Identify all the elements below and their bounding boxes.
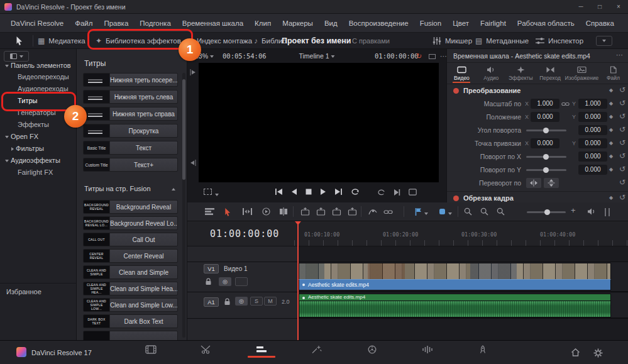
minimize-button[interactable]: ─ (571, 0, 590, 13)
lock-icon[interactable] (224, 298, 231, 307)
zoom-detail-icon[interactable] (480, 207, 488, 217)
keyframe-icon[interactable]: ◆ (609, 114, 613, 119)
menu-item[interactable]: Fusion (414, 19, 448, 27)
reset-icon[interactable]: ↺ (619, 99, 625, 107)
menu-item[interactable]: Воспроизведение (343, 19, 414, 27)
empty-track-button[interactable] (235, 277, 248, 286)
play-button[interactable] (320, 188, 326, 197)
go-to-start-button[interactable] (275, 188, 283, 197)
transform-section-header[interactable]: Преобразование ◆ ↺ (447, 84, 628, 97)
rotation-input[interactable]: 0.000 (578, 125, 607, 135)
refresh-icon[interactable] (377, 189, 385, 197)
trim-mode-icon[interactable] (243, 207, 252, 217)
title-item[interactable]: Custom Title Текст+ (83, 158, 178, 172)
menu-item[interactable]: Клип (249, 19, 277, 27)
section-enable-toggle[interactable] (453, 88, 459, 94)
slider-knob[interactable] (544, 209, 550, 215)
keyframe-icon[interactable]: ◆ (609, 140, 613, 146)
fusion-title-item[interactable]: Center Reveal Center Reveal (83, 249, 178, 263)
sidebar-item-fairlight-fx[interactable]: Fairlight FX (18, 168, 53, 176)
menu-item[interactable]: Справка (580, 19, 620, 27)
fusion-title-item[interactable]: Clean and Simple Hea... Clean and Simple… (83, 282, 178, 295)
video-clip-filmstrip[interactable] (299, 263, 611, 279)
auto-select-button[interactable]: ◎ (235, 297, 248, 306)
keyframe-icon[interactable]: ◆ (609, 87, 613, 93)
blade-tool-icon[interactable] (279, 207, 288, 217)
title-item[interactable]: Нижняя треть посере... (83, 73, 178, 87)
slider-knob[interactable] (543, 128, 549, 133)
scale-x-input[interactable]: 1.000 (531, 99, 559, 109)
reset-icon[interactable]: ↺ (619, 113, 625, 120)
lock-icon[interactable] (205, 278, 212, 287)
append-clip-icon[interactable] (348, 207, 357, 217)
audio-clip-waveform[interactable] (299, 301, 611, 317)
sidebar-item-filters[interactable]: Фильтры (11, 145, 44, 152)
menu-item[interactable]: Подгонка (134, 19, 177, 27)
timeline-view-options-icon[interactable] (205, 207, 214, 217)
page-cut[interactable] (191, 341, 221, 364)
pitch-input[interactable]: 0.000 (578, 152, 607, 162)
marker-dropdown-icon[interactable] (448, 210, 452, 217)
panel-toggle-button[interactable] (4, 51, 29, 62)
yaw-input[interactable]: 0.000 (578, 165, 607, 175)
go-to-end-button[interactable] (334, 188, 343, 197)
solo-button[interactable]: S (250, 297, 263, 306)
reset-icon[interactable]: ↺ (619, 165, 625, 173)
scrollbar-thumb[interactable] (182, 79, 185, 180)
selection-tool-icon[interactable] (224, 207, 231, 218)
title-item[interactable]: Нижняя треть справа (83, 107, 178, 121)
settings-button[interactable] (593, 348, 603, 359)
sidebar-group-openfx[interactable]: Open FX (5, 133, 38, 140)
zoom-full-extent-icon[interactable] (464, 207, 472, 217)
rotation-slider[interactable] (526, 130, 566, 131)
linked-selection-icon[interactable] (383, 207, 393, 216)
retime-curve-icon[interactable] (368, 207, 377, 217)
section-enable-toggle[interactable] (453, 196, 459, 201)
loop-button[interactable] (351, 188, 360, 197)
menu-item[interactable]: Файл (69, 19, 98, 27)
anchor-y-input[interactable]: 0.000 (578, 138, 607, 148)
flag-dropdown-icon[interactable] (424, 210, 428, 217)
replace-clip-icon[interactable] (332, 207, 341, 217)
tab-audio[interactable]: Аудио (477, 63, 506, 84)
insert-clip-icon[interactable] (300, 207, 310, 217)
link-icon[interactable] (561, 101, 570, 108)
keyframe-icon[interactable]: ◆ (609, 153, 613, 159)
step-back-button[interactable] (291, 188, 297, 197)
page-edit[interactable] (246, 341, 277, 364)
reset-icon[interactable]: ↺ (619, 179, 625, 186)
dynamic-trim-icon[interactable] (262, 207, 271, 217)
pitch-slider[interactable] (526, 156, 566, 158)
stop-button[interactable] (306, 188, 312, 197)
yaw-slider[interactable] (526, 169, 566, 171)
slider-knob[interactable] (543, 154, 549, 160)
page-color[interactable] (357, 341, 387, 364)
sidebar-item-favorites[interactable]: Избранное (6, 288, 41, 295)
menu-item[interactable]: Рабочая область (512, 19, 580, 27)
page-fusion[interactable] (302, 341, 332, 364)
sidebar-group-audio-fx[interactable]: Аудиоэффекты (5, 157, 60, 164)
timeline-zoom-slider[interactable] (527, 211, 566, 213)
tab-video[interactable]: Видео (447, 63, 477, 84)
reset-icon[interactable]: ↺ (619, 194, 625, 201)
slider-knob[interactable] (543, 167, 549, 173)
menu-item[interactable]: Вид (319, 19, 343, 27)
title-item[interactable]: Нижняя треть слева (83, 90, 178, 104)
fusion-titles-header[interactable]: Титры на стр. Fusion (84, 185, 151, 192)
tab-image[interactable]: Изображение (565, 63, 599, 84)
menu-item[interactable]: Цвет (447, 19, 475, 27)
playhead[interactable] (297, 221, 299, 340)
sidebar-group-toolbox[interactable]: Панель элементов (5, 62, 71, 69)
inspector-more-icon[interactable]: ⋯ (616, 51, 623, 59)
page-fairlight[interactable] (412, 341, 443, 364)
tab-transition[interactable]: Переход (536, 63, 565, 84)
sidebar-item-video-transitions[interactable]: Видеопереходы (18, 73, 69, 80)
marker-icon[interactable] (439, 208, 446, 216)
workspace-options-button[interactable] (596, 36, 612, 46)
video-preview[interactable] (199, 63, 439, 182)
home-button[interactable] (571, 348, 580, 358)
video-track-badge[interactable]: V1 (204, 264, 219, 273)
page-deliver[interactable] (468, 341, 498, 364)
sync-icon[interactable]: ↻ (416, 52, 422, 60)
page-media[interactable] (136, 341, 166, 364)
